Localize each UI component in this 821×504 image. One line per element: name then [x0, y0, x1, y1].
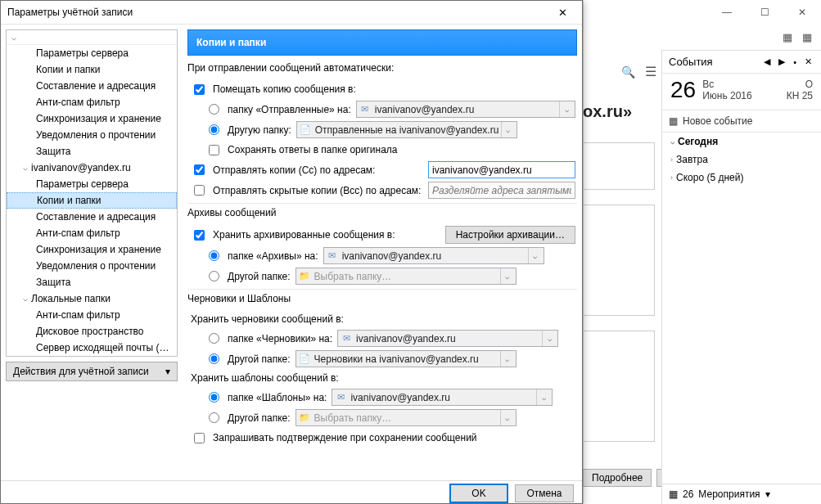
- confirm-save-checkbox[interactable]: Запрашивать подтверждение при сохранении…: [194, 432, 477, 443]
- foot-date: 26: [683, 488, 693, 500]
- tree-item[interactable]: Уведомления о прочтении: [7, 258, 177, 274]
- tree-item[interactable]: Синхронизация и хранение: [7, 241, 177, 258]
- maximize-button[interactable]: ☐: [746, 0, 783, 25]
- folder-icon: 📁: [298, 412, 311, 425]
- drafts-folder-radio[interactable]: папке «Черновики» на:: [209, 333, 332, 344]
- tree-item[interactable]: Параметры сервера: [7, 176, 177, 192]
- folder-icon: 📁: [298, 270, 311, 283]
- chevron-down-icon[interactable]: ⌵: [542, 331, 556, 346]
- content-box-3: [583, 331, 655, 442]
- tree-account-local[interactable]: Локальные папки: [7, 290, 177, 307]
- archives-folder-combo[interactable]: ✉ivanivanov@yandex.ru⌵: [323, 247, 544, 264]
- archives-folder-radio[interactable]: папке «Архивы» на:: [209, 250, 318, 262]
- tree-item-selected[interactable]: Копии и папки: [7, 192, 177, 209]
- archive-other-radio[interactable]: Другой папке:: [209, 271, 291, 282]
- templates-folder-radio[interactable]: папке «Шаблоны» на:: [209, 392, 327, 403]
- foot-label[interactable]: Мероприятия: [698, 488, 760, 500]
- tree-item[interactable]: Анти-спам фильтр: [7, 307, 177, 323]
- folder-title-partial: ox.ru»: [583, 102, 632, 121]
- drafts-heading: Черновики и Шаблоны: [187, 293, 577, 304]
- archive-heading: Архивы сообщений: [187, 207, 577, 218]
- ok-button[interactable]: OK: [449, 484, 508, 503]
- today-dot-icon[interactable]: •: [791, 57, 799, 67]
- chevron-down-icon[interactable]: ⌵: [536, 389, 550, 405]
- chevron-down-icon[interactable]: ⌵: [670, 137, 674, 146]
- templates-in-label: Хранить шаблоны сообщений в:: [191, 372, 575, 384]
- tree-item[interactable]: Сервер исходящей почты (S…: [7, 340, 177, 356]
- prev-day-icon[interactable]: ◀: [761, 56, 773, 67]
- chevron-right-icon[interactable]: ›: [670, 173, 673, 182]
- chevron-down-icon[interactable]: ⌵: [500, 268, 514, 284]
- date-dot-icon: O: [805, 79, 813, 90]
- other-folder-combo[interactable]: 📄Отправленные на ivanivanov@yandex.ru⌵: [296, 121, 517, 138]
- calendar-icon: ▦: [669, 488, 678, 500]
- chevron-down-icon[interactable]: ⌵: [501, 122, 515, 137]
- new-event-link[interactable]: Новое событие: [683, 115, 752, 127]
- account-actions-button[interactable]: Действия для учётной записи ▾: [6, 362, 178, 381]
- tree-item[interactable]: Анти-спам фильтр: [7, 94, 177, 110]
- chevron-down-icon[interactable]: ⌵: [528, 248, 542, 263]
- tree-item[interactable]: Копии и папки: [7, 61, 177, 78]
- tree-item[interactable]: Составление и адресация: [7, 78, 177, 94]
- tree-item[interactable]: Синхронизация и хранение: [7, 110, 177, 127]
- chevron-down-icon[interactable]: ⌵: [559, 101, 573, 117]
- other-folder-radio[interactable]: Другую папку:: [209, 124, 291, 136]
- tree-item[interactable]: Анти-спам фильтр: [7, 225, 177, 241]
- dialog-close-icon[interactable]: ✕: [549, 6, 575, 20]
- date-daynum: 26: [670, 77, 696, 103]
- close-button[interactable]: ✕: [783, 0, 821, 25]
- tree-item[interactable]: Защита: [7, 143, 177, 160]
- cc-checkbox[interactable]: Отправлять копии (Cc) по адресам:: [194, 164, 375, 176]
- close-cal-icon[interactable]: ✕: [802, 56, 814, 67]
- date-week: КН 25: [787, 90, 813, 101]
- content-box-1: [583, 142, 655, 190]
- tree-account[interactable]: ivanivanov@yandex.ru: [7, 160, 177, 176]
- tree-item[interactable]: Уведомления о прочтении: [7, 127, 177, 143]
- chevron-right-icon[interactable]: ›: [670, 155, 673, 164]
- folder-icon: 📄: [298, 353, 311, 366]
- drafts-folder-combo[interactable]: ✉ivanivanov@yandex.ru⌵: [337, 330, 558, 347]
- content-box-2: [583, 205, 655, 316]
- more-button[interactable]: Подробнее: [583, 469, 652, 487]
- keep-archived-checkbox[interactable]: Хранить архивированные сообщения в:: [194, 229, 395, 241]
- place-copy-checkbox[interactable]: Помещать копию сообщения в:: [194, 83, 356, 95]
- new-event-icon: ▦: [669, 115, 678, 127]
- chevron-down-icon[interactable]: ⌵: [500, 410, 514, 425]
- calendar-tasks-icon[interactable]: ▦: [800, 30, 814, 45]
- chevron-down-icon[interactable]: ⌵: [500, 351, 514, 367]
- account-tree[interactable]: ⌵ Параметры сервера Копии и папки Состав…: [6, 29, 178, 357]
- app-menu-icon[interactable]: ☰: [645, 64, 656, 79]
- minimize-button[interactable]: —: [708, 0, 746, 25]
- tree-item[interactable]: Составление и адресация: [7, 209, 177, 225]
- drafts-in-label: Хранить черновики сообщений в:: [191, 313, 575, 325]
- bcc-input: [428, 182, 575, 199]
- cal-group-today[interactable]: Сегодня: [678, 136, 718, 147]
- bcc-checkbox[interactable]: Отправлять скрытые копии (Bcc) по адреса…: [194, 185, 421, 196]
- search-icon[interactable]: 🔍: [621, 65, 635, 79]
- drafts-other-radio[interactable]: Другой папке:: [209, 353, 291, 365]
- archive-other-combo[interactable]: 📁Выбрать папку…⌵: [295, 268, 517, 285]
- templates-folder-combo[interactable]: ✉ivanivanov@yandex.ru⌵: [332, 389, 553, 406]
- mail-account-icon: ✉: [326, 250, 339, 263]
- tree-twisty-icon[interactable]: ⌵: [11, 33, 16, 42]
- tree-item[interactable]: Защита: [7, 274, 177, 290]
- cancel-button[interactable]: Отмена: [515, 484, 574, 502]
- cc-input[interactable]: [428, 161, 575, 178]
- templates-other-radio[interactable]: Другой папке:: [209, 412, 291, 424]
- sent-folder-radio[interactable]: папку «Отправленные» на:: [209, 104, 351, 115]
- cal-group-soon[interactable]: Скоро (5 дней): [676, 172, 743, 183]
- foot-dropdown-icon[interactable]: ▾: [765, 488, 770, 500]
- archive-settings-button[interactable]: Настройки архивации…: [445, 226, 575, 244]
- drafts-other-combo[interactable]: 📄Черновики на ivanivanov@yandex.ru⌵: [295, 350, 517, 367]
- cal-group-tomorrow[interactable]: Завтра: [676, 154, 708, 165]
- tree-item[interactable]: Параметры сервера: [7, 45, 177, 61]
- next-day-icon[interactable]: ▶: [776, 56, 787, 67]
- tree-item[interactable]: Дисковое пространство: [7, 323, 177, 340]
- keep-replies-checkbox[interactable]: Сохранять ответы в папке оригинала: [209, 144, 398, 155]
- calendar-today-icon[interactable]: ▦: [780, 30, 795, 45]
- send-heading: При отправлении сообщений автоматически:: [187, 62, 577, 74]
- panel-title: Копии и папки: [187, 29, 577, 56]
- sent-folder-combo[interactable]: ✉ivanivanov@yandex.ru⌵: [356, 101, 575, 118]
- templates-other-combo[interactable]: 📁Выбрать папку…⌵: [295, 409, 517, 426]
- mail-account-icon: ✉: [359, 103, 372, 116]
